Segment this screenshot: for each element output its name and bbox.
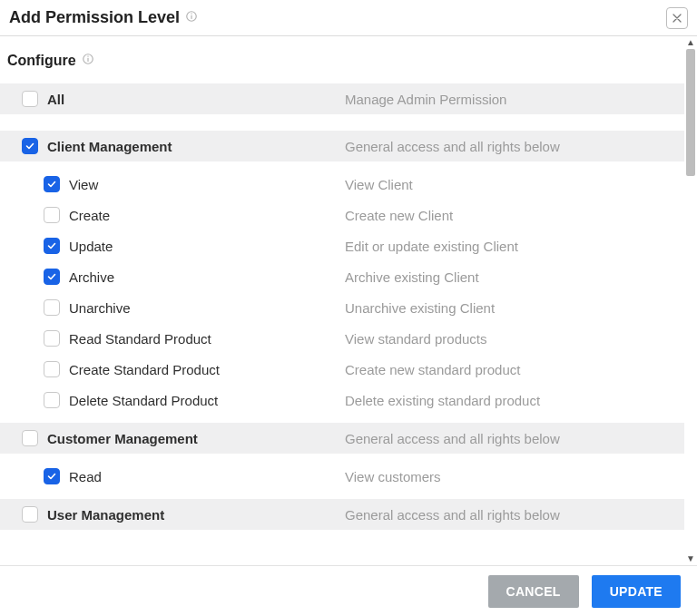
row-left: Customer Management (0, 430, 345, 446)
permission-description: View standard products (345, 331, 684, 347)
checkbox[interactable] (22, 91, 38, 107)
row-left: Read Standard Product (0, 330, 345, 347)
permission-label: Update (69, 239, 113, 254)
dialog-title: Add Permission Level (9, 8, 180, 27)
permission-label: Read (69, 469, 102, 484)
scroll-down-arrow[interactable]: ▼ (684, 552, 697, 565)
row-left: User Management (0, 506, 345, 523)
permission-child-row: Read Standard ProductView standard produ… (0, 323, 684, 354)
cancel-button[interactable]: CANCEL (488, 575, 579, 608)
permission-description: View Client (345, 177, 684, 192)
row-left: Read (0, 468, 345, 484)
checkbox[interactable] (44, 176, 60, 192)
scroll-track[interactable] (684, 49, 697, 552)
svg-rect-2 (191, 13, 191, 14)
svg-rect-4 (87, 58, 88, 62)
row-left: Archive (0, 269, 345, 285)
row-left: Client Management (0, 138, 345, 154)
dialog-footer: CANCEL UPDATE (0, 565, 697, 616)
permission-label: Customer Management (47, 431, 198, 446)
row-left: Delete Standard Product (0, 392, 345, 408)
permission-label: Archive (69, 269, 114, 285)
row-left: Create Standard Product (0, 361, 345, 377)
permission-label: User Management (47, 507, 164, 523)
permission-description: Delete existing standard product (345, 393, 684, 408)
checkbox[interactable] (44, 299, 60, 316)
checkbox[interactable] (44, 330, 60, 347)
permission-description: Archive existing Client (345, 269, 684, 285)
permission-child-row: UpdateEdit or update existing Client (0, 230, 684, 261)
dialog-body: Configure AllManage Admin PermissionClie… (0, 36, 697, 565)
section-header: Configure (0, 47, 684, 74)
checkbox[interactable] (44, 238, 60, 254)
close-button[interactable] (666, 7, 688, 29)
row-left: Unarchive (0, 299, 345, 316)
svg-rect-5 (87, 56, 88, 57)
header-left: Add Permission Level (9, 8, 198, 27)
row-left: All (0, 91, 345, 107)
permission-label: Client Management (47, 139, 172, 154)
scrollbar[interactable]: ▲ ▼ (684, 36, 697, 565)
row-left: Create (0, 207, 345, 223)
permission-description: Manage Admin Permission (345, 92, 684, 107)
permission-child-row: CreateCreate new Client (0, 200, 684, 230)
permission-label: Create Standard Product (69, 362, 220, 377)
checkbox[interactable] (44, 392, 60, 408)
permission-child-row: Create Standard ProductCreate new standa… (0, 354, 684, 385)
permission-label: View (69, 177, 98, 192)
permission-description: General access and all rights below (345, 507, 684, 523)
scroll-area[interactable]: Configure AllManage Admin PermissionClie… (0, 36, 684, 565)
checkbox[interactable] (22, 138, 38, 154)
permission-description: View customers (345, 469, 684, 484)
permission-label: Create (69, 208, 110, 223)
permission-group-row: AllManage Admin Permission (0, 83, 684, 114)
permission-description: Unarchive existing Client (345, 300, 684, 316)
permission-group-row: Customer ManagementGeneral access and al… (0, 423, 684, 454)
permission-group-row: Client ManagementGeneral access and all … (0, 131, 684, 161)
scroll-up-arrow[interactable]: ▲ (684, 36, 697, 49)
permission-description: General access and all rights below (345, 431, 684, 446)
svg-rect-1 (191, 15, 191, 18)
row-left: Update (0, 238, 345, 254)
permission-label: Read Standard Product (69, 331, 211, 347)
row-left: View (0, 176, 345, 192)
permission-group-row: User ManagementGeneral access and all ri… (0, 499, 684, 530)
permission-description: Create new Client (345, 208, 684, 223)
dialog-header: Add Permission Level (0, 0, 697, 36)
permission-label: All (47, 92, 64, 107)
permission-child-row: ViewView Client (0, 169, 684, 200)
checkbox[interactable] (44, 269, 60, 285)
permission-child-row: Delete Standard ProductDelete existing s… (0, 385, 684, 416)
permission-child-row: UnarchiveUnarchive existing Client (0, 292, 684, 323)
checkbox[interactable] (44, 361, 60, 377)
checkbox[interactable] (22, 430, 38, 446)
permission-child-row: ReadView customers (0, 461, 684, 492)
permission-label: Delete Standard Product (69, 393, 218, 408)
info-icon[interactable] (82, 53, 94, 69)
update-button[interactable]: UPDATE (592, 575, 681, 608)
checkbox[interactable] (22, 506, 38, 523)
checkbox[interactable] (44, 207, 60, 223)
scroll-thumb[interactable] (686, 49, 695, 176)
permission-description: Edit or update existing Client (345, 239, 684, 254)
permission-child-row: ArchiveArchive existing Client (0, 261, 684, 292)
section-title: Configure (7, 53, 76, 69)
permission-label: Unarchive (69, 300, 131, 316)
checkbox[interactable] (44, 468, 60, 484)
info-icon[interactable] (185, 10, 198, 26)
permission-description: Create new standard product (345, 362, 684, 377)
permission-description: General access and all rights below (345, 139, 684, 154)
permission-rows: AllManage Admin PermissionClient Managem… (0, 83, 684, 530)
